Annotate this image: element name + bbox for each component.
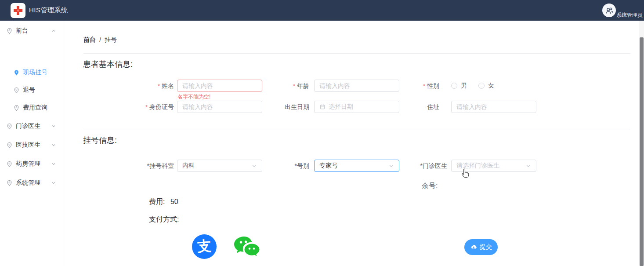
hospital-cross-icon: [13, 5, 23, 16]
upload-cloud-icon: [470, 244, 477, 251]
name-label: *姓名: [110, 80, 174, 92]
name-error-message: 名字不能为空!: [177, 93, 210, 101]
breadcrumb-front-desk[interactable]: 前台: [83, 36, 96, 44]
sidebar-label-system: 系统管理: [16, 179, 40, 187]
required-mark: *: [145, 104, 148, 110]
required-mark: *: [293, 83, 295, 89]
sidebar-label-front-desk: 前台: [16, 27, 28, 35]
radio-circle: [478, 83, 485, 89]
name-input[interactable]: [177, 80, 262, 92]
chevron-up-icon: [51, 28, 56, 33]
number-type-select[interactable]: 专家号: [314, 160, 399, 172]
id-number-input[interactable]: [177, 101, 262, 113]
doctor-label: *门诊医生: [395, 160, 447, 172]
department-value: 内科: [182, 162, 251, 170]
address-label: 住址: [395, 101, 439, 113]
submit-button[interactable]: 提交: [464, 239, 498, 255]
calendar-icon: [319, 104, 326, 110]
sidebar-label-pharmacy: 药房管理: [16, 160, 40, 168]
required-mark: *: [158, 83, 160, 89]
registration-section-title: 挂号信息:: [83, 135, 117, 146]
number-type-value: 专家号: [319, 162, 388, 170]
gender-label: *性别: [395, 80, 439, 92]
age-label: *年龄: [264, 80, 309, 92]
location-pin-icon: [6, 142, 13, 149]
gender-radio-group: 男 女: [451, 80, 494, 92]
gender-female-radio[interactable]: 女: [478, 82, 494, 90]
sidebar-item-pharmacy[interactable]: 药房管理: [0, 159, 64, 169]
sidebar-item-system[interactable]: 系统管理: [0, 178, 64, 188]
birth-date-placeholder: 选择日期: [329, 103, 394, 111]
user-avatar[interactable]: [602, 4, 616, 17]
location-pin-icon: [6, 180, 13, 186]
patient-section-title: 患者基本信息:: [83, 59, 133, 69]
breadcrumb: 前台 / 挂号: [83, 36, 117, 44]
radio-circle: [451, 83, 457, 89]
text-caret: [338, 162, 338, 169]
location-pin-icon: [6, 28, 13, 34]
submit-label: 提交: [480, 243, 492, 251]
id-number-label: *身份证号: [110, 101, 174, 113]
sidebar-item-refund[interactable]: 退号: [0, 85, 64, 95]
divider: [83, 130, 630, 130]
location-pin-icon: [6, 123, 13, 130]
number-type-label: *号别: [264, 160, 309, 172]
remaining-count-label: 余号:: [422, 182, 438, 191]
chevron-down-icon: [51, 180, 56, 186]
age-input[interactable]: [314, 80, 399, 92]
sidebar-item-front-desk[interactable]: 前台: [0, 26, 64, 36]
doctor-placeholder: 请选择门诊医生: [456, 162, 525, 170]
sidebar-item-medtech-doctor[interactable]: 医技医生: [0, 140, 64, 150]
department-label: *挂号科室: [110, 160, 174, 172]
sidebar-label-outpatient-doctor: 门诊医生: [16, 122, 40, 130]
scrollbar-thumb[interactable]: [640, 37, 644, 266]
chevron-down-icon: [51, 161, 56, 167]
birth-date-picker[interactable]: 选择日期: [314, 101, 399, 113]
chevron-down-icon: [251, 163, 257, 169]
address-input[interactable]: [451, 101, 536, 113]
wechat-icon[interactable]: [233, 236, 263, 259]
location-pin-icon: [6, 161, 13, 168]
app-logo: [11, 3, 25, 18]
gender-male-label: 男: [461, 82, 467, 90]
location-pin-icon: [13, 87, 20, 94]
chevron-down-icon: [388, 163, 394, 169]
gender-male-radio[interactable]: 男: [451, 82, 467, 90]
alipay-glyph: 支: [197, 237, 212, 257]
chevron-down-icon: [51, 124, 56, 129]
divider: [83, 53, 630, 54]
sidebar-label-medtech-doctor: 医技医生: [16, 141, 40, 149]
user-name: 系统管理员: [616, 11, 643, 19]
doctor-select[interactable]: 请选择门诊医生: [451, 160, 536, 172]
location-pin-icon: [13, 69, 20, 76]
sidebar-label-refund: 退号: [23, 86, 35, 94]
alipay-icon[interactable]: 支: [192, 234, 217, 259]
sidebar-item-outpatient-doctor[interactable]: 门诊医生: [0, 121, 64, 131]
sidebar-item-onsite-registration[interactable]: 现场挂号: [0, 67, 64, 78]
required-mark: *: [423, 83, 425, 89]
birth-date-label: 出生日期: [264, 101, 309, 113]
top-header-bar: HIS管理系统 系统管理员: [0, 0, 644, 21]
breadcrumb-current: 挂号: [105, 36, 117, 44]
gender-female-label: 女: [488, 82, 494, 90]
sidebar-label-onsite-registration: 现场挂号: [23, 69, 47, 77]
department-select[interactable]: 内科: [177, 160, 262, 172]
fee-line: 费用: 50: [149, 197, 178, 207]
users-icon: [604, 6, 614, 15]
chevron-down-icon: [525, 163, 531, 169]
payment-method-label: 支付方式:: [149, 215, 179, 224]
sidebar: 前台 现场挂号 退号 费用查询 门诊医生 医技医生 药房管理 系统管理: [0, 21, 64, 266]
fee-value: 50: [170, 198, 178, 205]
breadcrumb-separator: /: [99, 36, 101, 44]
app-title: HIS管理系统: [29, 0, 68, 21]
chevron-down-icon: [51, 142, 56, 148]
fee-label: 费用:: [149, 198, 165, 205]
